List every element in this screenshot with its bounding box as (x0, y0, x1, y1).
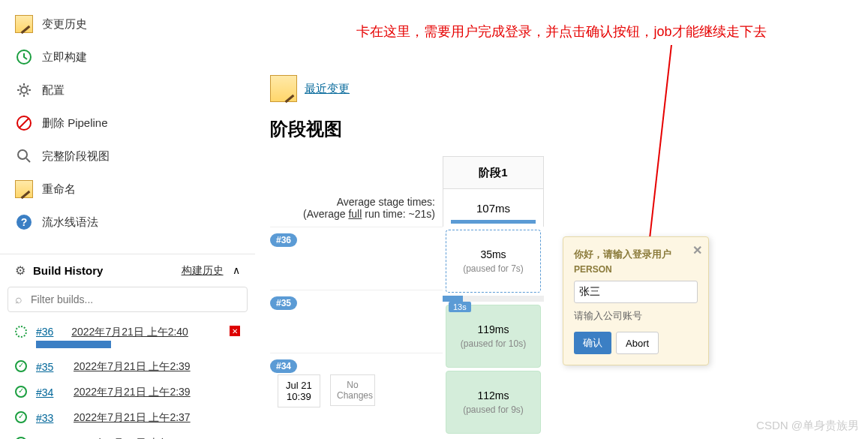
nav-configure[interactable]: 配置 (0, 74, 255, 107)
build-history-link[interactable]: 构建历史 (182, 264, 224, 276)
gear-icon (15, 81, 33, 99)
svg-point-1 (21, 87, 27, 93)
run-badge: #36 (270, 233, 297, 247)
search-icon: ⌕ (15, 293, 23, 306)
nav-label: 完整阶段视图 (42, 149, 110, 164)
build-number[interactable]: #36 (36, 326, 53, 338)
cancel-build-button[interactable]: ✕ (230, 326, 240, 336)
build-time[interactable]: 2022年7月21日 上午2:39 (74, 360, 191, 374)
avg-label-row: Average stage times: (Average full run t… (270, 189, 443, 227)
nav-label: 流水线语法 (42, 215, 98, 230)
build-progress (36, 341, 111, 348)
run-row[interactable]: #34 Jul 21 10:39 No Changes (270, 353, 443, 416)
build-time[interactable]: 2022年7月21日 上午2:37 (74, 411, 191, 425)
build-history-title: Build History (33, 264, 103, 277)
success-icon (15, 360, 29, 374)
success-icon (15, 411, 29, 425)
build-row[interactable]: #34 2022年7月21日 上午2:39 (0, 380, 255, 405)
avg-time: 107ms (443, 189, 544, 227)
build-row[interactable]: #33 2022年7月21日 上午2:37 (0, 405, 255, 431)
build-history-header[interactable]: ⚙ Build History 构建历史 ∧ (0, 254, 255, 287)
stage-table: Average stage times: (Average full run t… (270, 156, 853, 437)
nav-full-stage-view[interactable]: 完整阶段视图 (0, 140, 255, 173)
progress-strip: 13s (443, 296, 544, 302)
forbidden-icon (15, 114, 33, 132)
svg-line-5 (26, 158, 30, 162)
notepad-icon (270, 75, 297, 102)
nav-label: 删除 Pipeline (42, 116, 108, 131)
stage-header: 阶段1 (443, 156, 544, 189)
build-number[interactable]: #34 (36, 386, 59, 398)
stage-cell-done[interactable]: 112ms (paused for 9s) (446, 371, 541, 434)
build-time[interactable]: 2022年7月21日 上午2:40 (71, 326, 188, 338)
confirm-button[interactable]: 确认 (574, 332, 611, 354)
magnifier-icon (15, 147, 33, 165)
watermark: CSDN @单身贵族男 (756, 419, 859, 433)
nav-label: 配置 (42, 83, 65, 98)
run-row[interactable]: #35 (270, 290, 443, 353)
sidebar: 变更历史 立即构建 配置 删除 Pipeline 完整阶段视图 重命名 ? 流水… (0, 0, 255, 439)
build-row[interactable]: #35 2022年7月21日 上午2:39 (0, 354, 255, 380)
no-changes: No Changes (330, 374, 375, 406)
nav-label: 立即构建 (42, 50, 87, 65)
main-content: 卡在这里，需要用户完成登录，并点击确认按钮，job才能继续走下去 最近变更 阶段… (255, 0, 868, 439)
notepad-icon (15, 180, 33, 198)
stage-cell-running[interactable]: 35ms (paused for 7s) (446, 230, 541, 293)
nav-rename[interactable]: 重命名 (0, 173, 255, 206)
build-number[interactable]: #35 (36, 361, 59, 373)
build-time[interactable]: 2022年7月21日 上午2:39 (74, 386, 191, 399)
nav-build-now[interactable]: 立即构建 (0, 41, 255, 74)
abort-button[interactable]: Abort (616, 332, 659, 354)
build-row[interactable]: #32 2022年7月21日 上午2:36 (0, 431, 255, 439)
recent-changes-link[interactable]: 最近变更 (305, 82, 350, 96)
nav-label: 变更历史 (42, 17, 87, 32)
cog-icon: ⚙ (15, 263, 26, 278)
close-icon[interactable]: ✕ (692, 243, 702, 257)
build-row[interactable]: #36 2022年7月21日 上午2:40 ✕ (0, 320, 255, 354)
nav-label: 重命名 (42, 182, 76, 197)
annotation-text: 卡在这里，需要用户完成登录，并点击确认按钮，job才能继续走下去 (255, 23, 868, 41)
person-input[interactable] (574, 281, 698, 303)
filter-builds-input[interactable] (8, 287, 248, 312)
popup-hint: 请输入公司账号 (574, 309, 698, 323)
input-popup: ✕ 你好，请输入登录用户 PERSON 请输入公司账号 确认 Abort (563, 236, 709, 365)
stage-view-title: 阶段视图 (270, 117, 853, 141)
help-icon: ? (15, 213, 33, 231)
notepad-icon (15, 15, 33, 33)
nav-delete-pipeline[interactable]: 删除 Pipeline (0, 107, 255, 140)
build-history-section: ⚙ Build History 构建历史 ∧ ⌕ #36 2022年7月21日 … (0, 254, 255, 439)
time-badge: 13s (449, 302, 471, 312)
svg-text:?: ? (21, 216, 28, 228)
recent-changes[interactable]: 最近变更 (270, 75, 853, 102)
run-badge: #34 (270, 359, 297, 373)
nav-pipeline-syntax[interactable]: ? 流水线语法 (0, 206, 255, 239)
svg-line-3 (20, 119, 29, 128)
nav-change-history[interactable]: 变更历史 (0, 8, 255, 41)
success-icon (15, 386, 29, 399)
chevron-up-icon: ∧ (233, 264, 240, 276)
popup-field-label: PERSON (574, 264, 698, 275)
clock-icon (15, 48, 33, 66)
popup-title: 你好，请输入登录用户 (574, 248, 698, 261)
run-date: Jul 21 10:39 (278, 374, 320, 407)
run-badge: #35 (270, 296, 297, 310)
run-row[interactable]: #36 (270, 227, 443, 290)
stage-cell-done[interactable]: 119ms (paused for 10s) (446, 305, 541, 368)
running-icon (15, 326, 29, 339)
build-number[interactable]: #33 (36, 412, 59, 424)
svg-point-4 (18, 150, 27, 159)
